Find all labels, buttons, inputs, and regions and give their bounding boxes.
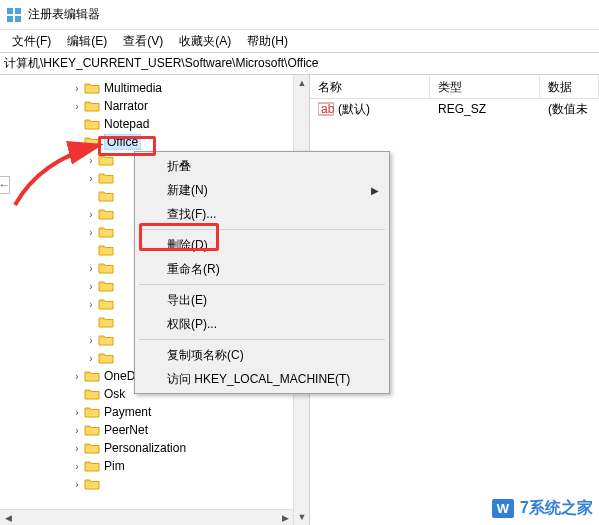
scroll-down-icon[interactable]: ▼ <box>294 509 310 525</box>
chevron-right-icon[interactable]: › <box>84 297 98 311</box>
address-bar[interactable]: 计算机\HKEY_CURRENT_USER\Software\Microsoft… <box>0 53 599 75</box>
value-name-cell: ab (默认) <box>310 99 430 120</box>
chevron-right-icon[interactable]: › <box>70 369 84 383</box>
ctx-separator <box>139 284 385 285</box>
scroll-left-icon[interactable]: ◀ <box>0 510 16 525</box>
tree-node[interactable]: ›PeerNet <box>0 421 293 439</box>
chevron-right-icon[interactable]: › <box>84 207 98 221</box>
watermark-badge: W <box>492 499 514 518</box>
chevron-right-icon[interactable]: › <box>84 171 98 185</box>
chevron-right-icon[interactable]: › <box>70 423 84 437</box>
folder-icon <box>98 207 114 221</box>
side-tab[interactable]: ← <box>0 176 10 194</box>
tree-node-label: PeerNet <box>104 423 148 437</box>
chevron-right-icon[interactable]: › <box>70 459 84 473</box>
app-icon <box>6 7 22 23</box>
folder-icon <box>84 477 100 491</box>
menu-edit[interactable]: 编辑(E) <box>59 31 115 52</box>
ctx-export[interactable]: 导出(E) <box>137 288 387 312</box>
chevron-right-icon[interactable]: › <box>84 279 98 293</box>
scroll-up-icon[interactable]: ▲ <box>294 75 310 91</box>
svg-rect-1 <box>15 8 21 14</box>
address-path: 计算机\HKEY_CURRENT_USER\Software\Microsoft… <box>4 55 319 72</box>
ctx-collapse[interactable]: 折叠 <box>137 154 387 178</box>
chevron-right-icon[interactable]: › <box>84 333 98 347</box>
chevron-right-icon[interactable]: › <box>70 477 84 491</box>
ctx-new[interactable]: 新建(N)▶ <box>137 178 387 202</box>
folder-icon <box>84 99 100 113</box>
chevron-right-icon[interactable]: › <box>70 405 84 419</box>
title-bar: 注册表编辑器 <box>0 0 599 30</box>
folder-icon <box>98 351 114 365</box>
folder-icon <box>98 153 114 167</box>
svg-rect-2 <box>7 16 13 22</box>
folder-icon <box>98 189 114 203</box>
chevron-right-icon: ▶ <box>371 185 379 196</box>
folder-icon <box>84 135 100 149</box>
folder-icon <box>98 333 114 347</box>
tree-node[interactable]: ›Payment <box>0 403 293 421</box>
tree-node-label: Notepad <box>104 117 149 131</box>
folder-icon <box>98 315 114 329</box>
chevron-right-icon[interactable]: › <box>70 99 84 113</box>
menu-bar: 文件(F) 编辑(E) 查看(V) 收藏夹(A) 帮助(H) <box>0 30 599 52</box>
folder-icon <box>84 117 100 131</box>
folder-icon <box>98 225 114 239</box>
folder-icon <box>84 423 100 437</box>
ctx-separator <box>139 339 385 340</box>
tree-node[interactable]: ⌄Office <box>0 133 293 151</box>
chevron-right-icon[interactable]: › <box>84 351 98 365</box>
chevron-right-icon[interactable]: › <box>70 81 84 95</box>
tree-node-label: Multimedia <box>104 81 162 95</box>
folder-icon <box>84 81 100 95</box>
value-data: (数值未 <box>540 99 596 120</box>
tree-node[interactable]: ›Notepad <box>0 115 293 133</box>
watermark: W 7系统之家 <box>492 498 593 519</box>
column-type[interactable]: 类型 <box>430 75 540 98</box>
tree-node[interactable]: › <box>0 475 293 493</box>
tree-node[interactable]: ›Narrator <box>0 97 293 115</box>
context-menu: 折叠 新建(N)▶ 查找(F)... 删除(D) 重命名(R) 导出(E) 权限… <box>134 151 390 394</box>
tree-node-label: Payment <box>104 405 151 419</box>
folder-icon <box>98 279 114 293</box>
string-value-icon: ab <box>318 102 334 116</box>
menu-help[interactable]: 帮助(H) <box>239 31 296 52</box>
folder-icon <box>84 441 100 455</box>
chevron-right-icon[interactable]: › <box>84 225 98 239</box>
column-name[interactable]: 名称 <box>310 75 430 98</box>
scroll-right-icon[interactable]: ▶ <box>277 510 293 525</box>
tree-scrollbar-horizontal[interactable]: ◀ ▶ <box>0 509 293 525</box>
svg-text:ab: ab <box>321 102 334 116</box>
chevron-right-icon[interactable]: › <box>84 261 98 275</box>
folder-icon <box>84 369 100 383</box>
tree-node[interactable]: ›Personalization <box>0 439 293 457</box>
menu-favorites[interactable]: 收藏夹(A) <box>171 31 239 52</box>
folder-icon <box>84 387 100 401</box>
ctx-delete[interactable]: 删除(D) <box>137 233 387 257</box>
folder-icon <box>84 459 100 473</box>
svg-rect-3 <box>15 16 21 22</box>
menu-file[interactable]: 文件(F) <box>4 31 59 52</box>
chevron-right-icon[interactable]: › <box>70 441 84 455</box>
tree-node[interactable]: ›Multimedia <box>0 79 293 97</box>
folder-icon <box>98 297 114 311</box>
chevron-right-icon[interactable]: › <box>84 153 98 167</box>
ctx-permissions[interactable]: 权限(P)... <box>137 312 387 336</box>
column-data[interactable]: 数据 <box>540 75 599 98</box>
ctx-rename[interactable]: 重命名(R) <box>137 257 387 281</box>
table-row[interactable]: ab (默认) REG_SZ (数值未 <box>310 99 599 119</box>
window-title: 注册表编辑器 <box>28 6 100 23</box>
menu-view[interactable]: 查看(V) <box>115 31 171 52</box>
tree-node[interactable]: ›Pim <box>0 457 293 475</box>
tree-node-label: Personalization <box>104 441 186 455</box>
ctx-goto-hklm[interactable]: 访问 HKEY_LOCAL_MACHINE(T) <box>137 367 387 391</box>
tree-node-label: Narrator <box>104 99 148 113</box>
svg-rect-0 <box>7 8 13 14</box>
tree-node-label: Pim <box>104 459 125 473</box>
ctx-copy-key-name[interactable]: 复制项名称(C) <box>137 343 387 367</box>
values-header: 名称 类型 数据 <box>310 75 599 99</box>
chevron-down-icon[interactable]: ⌄ <box>70 135 84 149</box>
value-name: (默认) <box>338 101 370 118</box>
ctx-find[interactable]: 查找(F)... <box>137 202 387 226</box>
tree-node-label: Osk <box>104 387 125 401</box>
